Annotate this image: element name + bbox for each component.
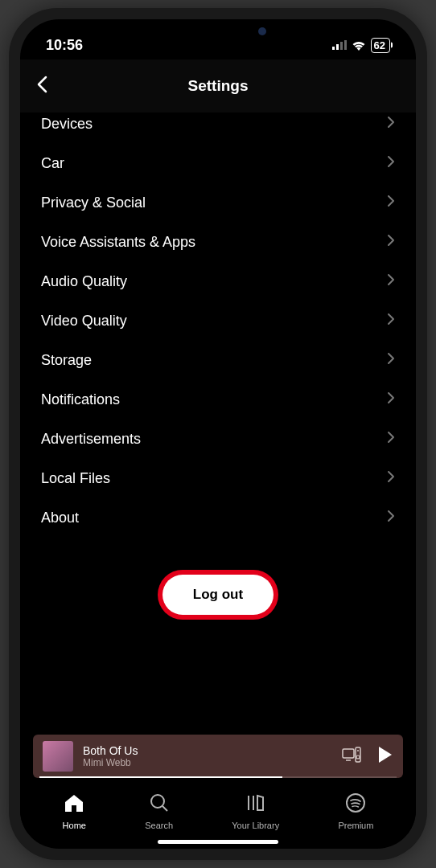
- now-playing-bar[interactable]: Both Of Us Mimi Webb: [33, 735, 403, 778]
- chevron-right-icon: [387, 470, 395, 487]
- settings-item-car[interactable]: Car: [20, 144, 416, 183]
- settings-item-notifications[interactable]: Notifications: [20, 380, 416, 420]
- chevron-right-icon: [387, 155, 395, 172]
- now-playing-info: Both Of Us Mimi Webb: [83, 744, 332, 768]
- svg-rect-0: [332, 47, 335, 50]
- battery-icon: 62: [371, 38, 390, 53]
- settings-item-storage[interactable]: Storage: [20, 341, 416, 380]
- now-playing-title: Both Of Us: [83, 744, 332, 757]
- chevron-right-icon: [387, 234, 395, 251]
- now-playing-artist: Mimi Webb: [83, 757, 332, 768]
- chevron-right-icon: [387, 431, 395, 448]
- bottom-nav: Home Search Your Library Premium: [20, 784, 416, 833]
- chevron-right-icon: [387, 273, 395, 290]
- svg-point-7: [357, 750, 359, 751]
- chevron-left-icon: [36, 76, 47, 93]
- progress-bar: [39, 776, 397, 778]
- chevron-right-icon: [387, 352, 395, 369]
- settings-list[interactable]: Devices Car Privacy & Social Voice Assis…: [20, 113, 416, 735]
- nav-label: Search: [145, 821, 173, 830]
- settings-item-label: Devices: [41, 116, 93, 133]
- settings-item-advertisements[interactable]: Advertisements: [20, 420, 416, 459]
- nav-label: Home: [63, 821, 86, 830]
- page-title: Settings: [188, 77, 249, 95]
- nav-item-home[interactable]: Home: [63, 792, 86, 830]
- phone-screen: 10:56 62 Settings Devices: [20, 19, 416, 849]
- settings-item-privacy-social[interactable]: Privacy & Social: [20, 183, 416, 223]
- status-time: 10:56: [46, 37, 83, 54]
- phone-frame: 10:56 62 Settings Devices: [9, 8, 427, 860]
- play-icon[interactable]: [377, 746, 393, 767]
- back-button[interactable]: [36, 76, 47, 96]
- library-icon: [245, 792, 266, 817]
- svg-rect-1: [336, 44, 339, 50]
- chevron-right-icon: [387, 313, 395, 330]
- svg-rect-4: [343, 749, 354, 758]
- progress-fill: [39, 776, 282, 778]
- settings-item-label: Local Files: [41, 470, 110, 487]
- svg-point-8: [356, 755, 360, 759]
- settings-item-devices[interactable]: Devices: [20, 113, 416, 144]
- settings-item-label: Privacy & Social: [41, 194, 146, 211]
- logout-wrapper: Log out: [20, 538, 416, 639]
- nav-label: Your Library: [232, 821, 279, 830]
- settings-item-audio-quality[interactable]: Audio Quality: [20, 262, 416, 301]
- settings-item-voice-assistants[interactable]: Voice Assistants & Apps: [20, 223, 416, 262]
- chevron-right-icon: [387, 510, 395, 526]
- settings-item-label: Video Quality: [41, 313, 127, 330]
- svg-rect-6: [356, 747, 360, 762]
- status-icons: 62: [332, 38, 390, 53]
- album-art: [43, 741, 73, 772]
- settings-header: Settings: [20, 59, 416, 113]
- logout-button[interactable]: Log out: [162, 575, 274, 615]
- chevron-right-icon: [387, 391, 395, 408]
- settings-item-label: Storage: [41, 352, 92, 369]
- nav-item-library[interactable]: Your Library: [232, 792, 279, 830]
- settings-item-local-files[interactable]: Local Files: [20, 459, 416, 498]
- nav-label: Premium: [338, 821, 373, 830]
- svg-rect-3: [344, 40, 347, 50]
- home-indicator[interactable]: [158, 840, 278, 844]
- wifi-icon: [352, 40, 366, 51]
- settings-item-video-quality[interactable]: Video Quality: [20, 301, 416, 341]
- nav-item-search[interactable]: Search: [145, 792, 173, 830]
- connect-device-icon[interactable]: [342, 747, 361, 766]
- settings-item-about[interactable]: About: [20, 498, 416, 538]
- settings-item-label: Advertisements: [41, 431, 141, 448]
- settings-item-label: Car: [41, 155, 64, 172]
- notch: [138, 19, 298, 43]
- chevron-right-icon: [387, 194, 395, 211]
- svg-point-9: [151, 795, 164, 808]
- chevron-right-icon: [387, 116, 395, 133]
- now-playing-controls: [342, 746, 393, 767]
- settings-item-label: Voice Assistants & Apps: [41, 234, 195, 251]
- search-icon: [149, 792, 170, 817]
- nav-item-premium[interactable]: Premium: [338, 792, 373, 830]
- spotify-icon: [345, 792, 366, 817]
- svg-line-10: [162, 806, 167, 811]
- home-icon: [64, 792, 84, 817]
- settings-item-label: Notifications: [41, 391, 120, 408]
- svg-rect-2: [340, 42, 343, 50]
- settings-item-label: About: [41, 510, 79, 526]
- cellular-signal-icon: [332, 40, 347, 50]
- settings-item-label: Audio Quality: [41, 273, 127, 290]
